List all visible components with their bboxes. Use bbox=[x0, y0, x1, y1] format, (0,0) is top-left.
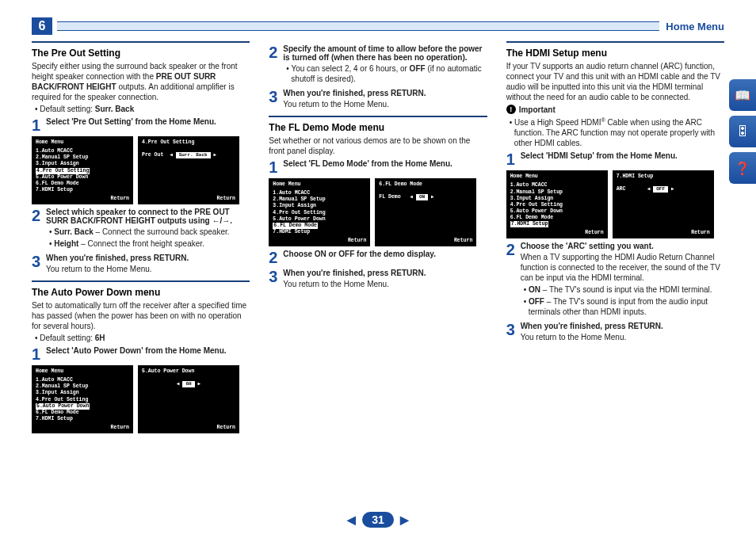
step-1: 1 Select 'Auto Power Down' from the Home… bbox=[32, 346, 250, 362]
content-columns: The Pre Out Setting Specify either using… bbox=[32, 41, 724, 437]
header-rule bbox=[57, 21, 659, 31]
osd-home-menu: Home Menu 1.Auto MCACC 2.Manual SP Setup… bbox=[32, 365, 133, 433]
page-number: 31 bbox=[362, 512, 394, 528]
step-2: 2 Select which speaker to connect to the… bbox=[32, 208, 250, 250]
page-header: 6 Home Menu bbox=[32, 17, 724, 35]
column-2: 2 Specify the amount of time to allow be… bbox=[269, 41, 487, 437]
side-nav-tabs: 📖 🎛 ❓ bbox=[729, 79, 756, 184]
step-1: 1 Select 'FL Demo Mode' from the Home Me… bbox=[269, 159, 487, 175]
osd-home-menu: Home Menu 1.Auto MCACC 2.Manual SP Setup… bbox=[32, 136, 133, 204]
step-2: 2 Specify the amount of time to allow be… bbox=[269, 44, 487, 86]
section-desc: Set whether or not various demos are to … bbox=[269, 135, 487, 156]
step-2: 2 Choose the 'ARC' setting you want. Whe… bbox=[506, 242, 724, 318]
step-3: 3 When you're finished, press RETURN. Yo… bbox=[269, 269, 487, 291]
osd-screens: Home Menu 1.Auto MCACC 2.Manual SP Setup… bbox=[32, 136, 250, 204]
prev-page-icon[interactable]: ◀ bbox=[347, 513, 356, 526]
section-desc: Set to automatically turn off the receiv… bbox=[32, 300, 250, 331]
osd-home-menu: Home Menu 1.Auto MCACC 2.Manual SP Setup… bbox=[269, 178, 370, 246]
osd-preout-setting: 4.Pre Out Setting Pre Out ◀ Surr. Back ▶… bbox=[138, 136, 239, 204]
step-3: 3 When you're finished, press RETURN. Yo… bbox=[506, 322, 724, 344]
chapter-badge: 6 bbox=[32, 17, 52, 35]
note: Use a High Speed HDMI® Cable when using … bbox=[506, 116, 724, 148]
step-1: 1 Select 'HDMI Setup' from the Home Menu… bbox=[506, 151, 724, 167]
default-setting: Default setting: Surr. Back bbox=[32, 104, 250, 114]
tab-device-icon[interactable]: 🎛 bbox=[729, 116, 756, 147]
section-title: The HDMI Setup menu bbox=[506, 48, 724, 59]
osd-hdmi-setup: 7.HDMI Setup ARC ◀ OFF ▶ Return bbox=[613, 170, 714, 238]
osd-fl-demo: 6.FL Demo Mode FL Demo ◀ ON ▶ Return bbox=[375, 178, 476, 246]
step-3: 3 When you're finished, press RETURN. Yo… bbox=[32, 254, 250, 276]
section-title: The FL Demo Mode menu bbox=[269, 122, 487, 133]
tab-help-icon[interactable]: ❓ bbox=[729, 152, 756, 184]
alert-icon: ! bbox=[506, 105, 516, 114]
step-1: 1 Select 'Pre Out Setting' from the Home… bbox=[32, 117, 250, 133]
chapter-title: Home Menu bbox=[666, 21, 724, 32]
default-setting: Default setting: 6H bbox=[32, 333, 250, 343]
osd-screens: Home Menu 1.Auto MCACC 2.Manual SP Setup… bbox=[32, 365, 250, 433]
section-desc: If your TV supports an audio return chan… bbox=[506, 61, 724, 102]
column-1: The Pre Out Setting Specify either using… bbox=[32, 41, 250, 437]
step-3: 3 When you're finished, press RETURN. Yo… bbox=[269, 89, 487, 111]
osd-home-menu: Home Menu 1.Auto MCACC 2.Manual SP Setup… bbox=[506, 170, 608, 238]
osd-screens: Home Menu 1.Auto MCACC 2.Manual SP Setup… bbox=[269, 178, 487, 246]
column-3: The HDMI Setup menu If your TV supports … bbox=[506, 41, 724, 437]
tab-glossary-icon[interactable]: 📖 bbox=[729, 79, 756, 111]
section-title: The Auto Power Down menu bbox=[32, 287, 250, 298]
osd-screens: Home Menu 1.Auto MCACC 2.Manual SP Setup… bbox=[506, 170, 724, 238]
section-desc: Specify either using the surround back s… bbox=[32, 61, 250, 102]
manual-page: 6 Home Menu The Pre Out Setting Specify … bbox=[0, 0, 756, 534]
important-callout: ! Important bbox=[506, 105, 724, 114]
step-2: 2 Choose ON or OFF for the demo display. bbox=[269, 250, 487, 265]
next-page-icon[interactable]: ▶ bbox=[400, 513, 409, 526]
osd-auto-power-down: 5.Auto Power Down ◀ 6H ▶ Return bbox=[138, 365, 239, 433]
section-title: The Pre Out Setting bbox=[32, 48, 250, 59]
page-footer: ◀ 31 ▶ bbox=[0, 512, 756, 528]
